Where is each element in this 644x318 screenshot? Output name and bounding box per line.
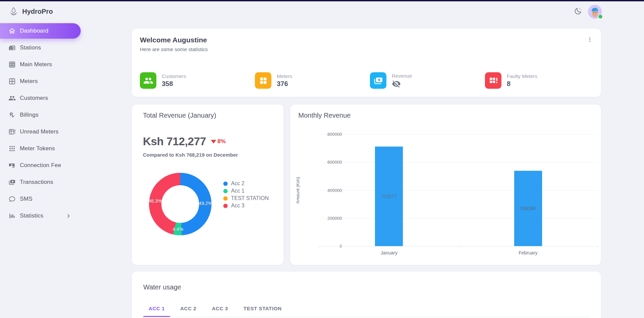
stat-value: 358 (162, 80, 186, 88)
legend-item-acc-2[interactable]: Acc 2 (223, 180, 269, 187)
monthly-revenue-title: Monthly Revenue (298, 112, 593, 119)
stat-label: Customers (162, 73, 186, 79)
sidebar-item-label: SMS (20, 196, 32, 202)
sidebar-item-label: Unread Meters (20, 128, 59, 135)
svg-text:R: R (10, 112, 13, 117)
sidebar-item-transactions[interactable]: Transactions (0, 174, 81, 191)
y-axis-title: Amount (Ksh) (295, 177, 300, 203)
donut-slice-label-acc-2: 49.2% (199, 201, 212, 206)
sidebar-item-label: Meter Tokens (20, 145, 55, 152)
revenue-donut-chart: 49.2%4.4%46.3% (149, 173, 212, 235)
stat-revenue: Revenue (370, 72, 485, 89)
gridline (319, 162, 598, 162)
sidebar-item-label: Meters (20, 78, 38, 85)
tab-acc-2[interactable]: ACC 2 (175, 301, 202, 317)
welcome-card: Welcome Augustine Here are some some sta… (132, 29, 601, 97)
sidebar-item-label: Dashboard (20, 28, 48, 34)
x-axis-tick (319, 246, 320, 248)
sidebar-item-label: Main Meters (20, 61, 52, 68)
main-meters-icon (8, 61, 16, 68)
legend-item-acc-1[interactable]: Acc 1 (223, 187, 269, 195)
stat-tile-revenue (370, 72, 386, 89)
gridline (319, 190, 598, 191)
sidebar-item-billings[interactable]: RBillings (0, 107, 81, 123)
sidebar-item-main-meters[interactable]: Main Meters (0, 56, 81, 73)
water-usage-tabs: ACC 1ACC 2ACC 3TEST STATION (143, 301, 590, 317)
sidebar-item-unread-meters[interactable]: Unread Meters (0, 123, 81, 140)
online-status-badge (598, 14, 603, 19)
stat-tile-faulty-meters (485, 72, 501, 89)
y-axis-tick-label: 200000 (312, 215, 342, 221)
sidebar-item-label: Connection Fee (20, 162, 61, 169)
topbar-right (573, 5, 602, 19)
sidebar-item-sms[interactable]: SMS (0, 191, 81, 207)
donut-slice-label-acc-1: 4.4% (173, 227, 183, 232)
kebab-menu-icon (586, 36, 593, 44)
donut-slice-label-acc-3: 46.3% (149, 198, 162, 204)
sidebar-item-meter-tokens[interactable]: Meter Tokens (0, 140, 81, 157)
sidebar-item-dashboard[interactable]: Dashboard (0, 23, 81, 39)
people-icon (143, 76, 153, 86)
sidebar-item-label: Billings (20, 112, 38, 118)
table-alert-icon (488, 76, 498, 86)
legend-dot (223, 196, 228, 201)
sidebar-item-connection-fee[interactable]: Connection Fee (0, 157, 81, 174)
moon-stars-icon (574, 7, 582, 17)
legend-label: Acc 2 (231, 181, 244, 187)
donut-hole (161, 185, 199, 223)
tab-test-station[interactable]: TEST STATION (238, 301, 287, 317)
legend-dot (223, 204, 228, 208)
water-drop-icon (8, 6, 19, 17)
gridline (319, 218, 598, 218)
chevron-right-icon (66, 213, 71, 219)
unread-meters-icon (8, 128, 16, 135)
statistics-icon (8, 212, 16, 220)
total-revenue-amount: Ksh 712,277 (143, 135, 206, 148)
meters-icon (8, 78, 16, 85)
banknote-icon (373, 76, 383, 86)
tab-acc-1[interactable]: ACC 1 (143, 301, 170, 317)
gridline (319, 134, 598, 134)
sidebar-item-stations[interactable]: Stations (0, 39, 81, 56)
dark-mode-toggle[interactable] (573, 7, 583, 17)
welcome-title: Welcome Augustine (140, 36, 593, 44)
x-axis-tick (459, 246, 459, 248)
total-revenue-title: Total Revenue (January) (143, 112, 272, 119)
sidebar: HydroPro DashboardStationsMain MetersMet… (0, 1, 87, 224)
x-axis-category-label: January (369, 250, 409, 255)
user-avatar[interactable] (588, 5, 602, 19)
brand[interactable]: HydroPro (0, 1, 87, 17)
customers-icon (8, 94, 16, 102)
brand-name: HydroPro (22, 8, 53, 15)
billings-icon: R (8, 111, 16, 119)
stat-label: Meters (277, 73, 292, 79)
donut-legend: Acc 2Acc 1TEST STATIONAcc 3 (223, 180, 269, 209)
bar-chart-plot: 8000006000004000002000000712277January53… (319, 134, 598, 246)
sidebar-item-customers[interactable]: Customers (0, 90, 81, 107)
monthly-revenue-card: Monthly Revenue Amount (Ksh) 80000060000… (290, 105, 601, 265)
welcome-card-menu-button[interactable] (585, 36, 594, 45)
stat-tile-meters (255, 72, 271, 89)
connection-fee-icon (8, 162, 16, 169)
trend-indicator: 8% (211, 138, 226, 145)
top-accent-bar (0, 0, 644, 1)
eye-off-icon[interactable] (392, 79, 401, 88)
tab-acc-3[interactable]: ACC 3 (206, 301, 233, 317)
x-axis-tick (598, 246, 598, 248)
x-axis-category-label: February (508, 250, 548, 255)
stat-faulty-meters: Faulty Meters8 (485, 72, 600, 89)
legend-dot (223, 182, 228, 186)
triangle-down-icon (211, 140, 216, 144)
legend-item-acc-3[interactable]: Acc 3 (223, 202, 269, 209)
total-revenue-card: Total Revenue (January) Ksh 712,277 8% C… (132, 105, 283, 265)
sidebar-item-meters[interactable]: Meters (0, 73, 81, 90)
meter-tokens-icon (8, 145, 16, 152)
y-axis-tick-label: 800000 (312, 132, 342, 137)
stat-customers: Customers358 (140, 72, 255, 89)
y-axis-tick-label: 600000 (312, 160, 342, 165)
welcome-subtitle: Here are some some statistics (140, 46, 593, 52)
sms-icon (8, 195, 16, 203)
legend-item-test-station[interactable]: TEST STATION (223, 195, 269, 202)
sidebar-item-statistics[interactable]: Statistics (0, 207, 81, 224)
legend-label: Acc 3 (231, 203, 244, 209)
